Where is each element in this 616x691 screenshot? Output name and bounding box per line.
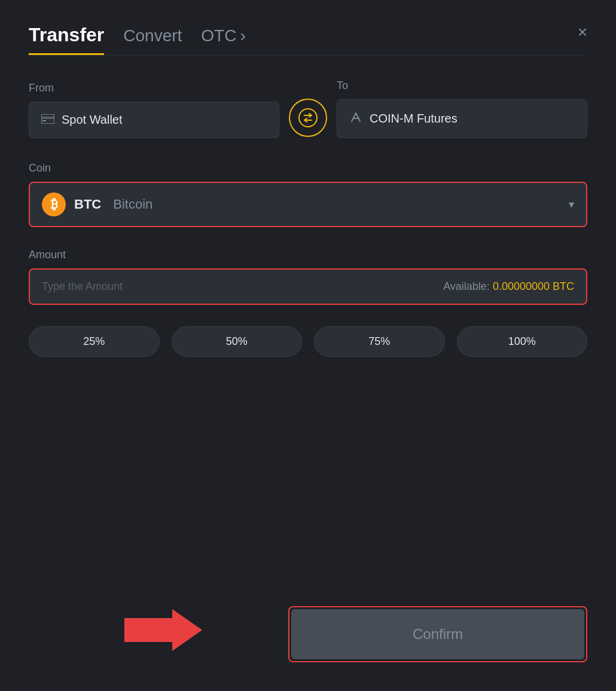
percent-75-button[interactable]: 75% <box>314 326 445 357</box>
transfer-modal: Transfer Convert OTC › × From Spot Walle… <box>0 0 616 691</box>
svg-marker-4 <box>124 609 202 651</box>
coin-fullname: Bitcoin <box>113 197 153 212</box>
amount-label: Amount <box>29 249 587 261</box>
coin-label: Coin <box>29 162 587 175</box>
percent-100-button[interactable]: 100% <box>457 326 588 357</box>
transfer-row: From Spot Wallet To <box>29 80 587 138</box>
chevron-right-icon: › <box>240 26 245 45</box>
to-futures-selector[interactable]: COIN-M Futures <box>337 99 587 138</box>
amount-section: Amount Type the Amount Available: 0.0000… <box>29 249 587 305</box>
percent-row: 25% 50% 75% 100% <box>29 326 587 357</box>
arrow-indicator <box>124 606 202 656</box>
futures-icon <box>349 111 362 127</box>
coin-symbol: BTC <box>74 197 101 212</box>
modal-header: Transfer Convert OTC › × <box>29 24 587 55</box>
btc-icon: ₿ <box>42 192 66 216</box>
coin-selector[interactable]: ₿ BTC Bitcoin ▾ <box>29 182 587 227</box>
amount-input-box[interactable]: Type the Amount Available: 0.00000000 BT… <box>29 268 587 305</box>
svg-rect-2 <box>42 120 46 121</box>
from-wallet-name: Spot Wallet <box>62 113 123 127</box>
tab-otc[interactable]: OTC › <box>201 26 245 53</box>
tab-convert[interactable]: Convert <box>123 26 182 53</box>
percent-25-button[interactable]: 25% <box>29 326 160 357</box>
percent-50-button[interactable]: 50% <box>172 326 303 357</box>
tab-transfer[interactable]: Transfer <box>29 24 104 55</box>
from-wallet-selector[interactable]: Spot Wallet <box>29 102 279 138</box>
amount-available: Available: 0.00000000 BTC <box>443 280 574 293</box>
svg-point-3 <box>299 109 317 127</box>
from-label: From <box>29 82 279 94</box>
chevron-down-icon: ▾ <box>569 198 574 211</box>
amount-placeholder: Type the Amount <box>42 280 123 293</box>
svg-rect-1 <box>41 117 54 119</box>
to-futures-name: COIN-M Futures <box>370 112 458 126</box>
close-button[interactable]: × <box>578 24 587 41</box>
from-column: From Spot Wallet <box>29 82 279 138</box>
amount-available-value: 0.00000000 BTC <box>493 280 574 292</box>
to-label: To <box>337 80 587 92</box>
swap-button[interactable] <box>289 99 327 137</box>
wallet-icon <box>41 113 54 127</box>
confirm-button[interactable]: Confirm <box>291 609 584 659</box>
header-divider <box>29 55 587 56</box>
confirm-button-wrapper: Confirm <box>288 606 587 662</box>
to-column: To COIN-M Futures <box>337 80 587 138</box>
coin-section: Coin ₿ BTC Bitcoin ▾ <box>29 162 587 227</box>
bottom-area: Confirm <box>29 582 587 662</box>
